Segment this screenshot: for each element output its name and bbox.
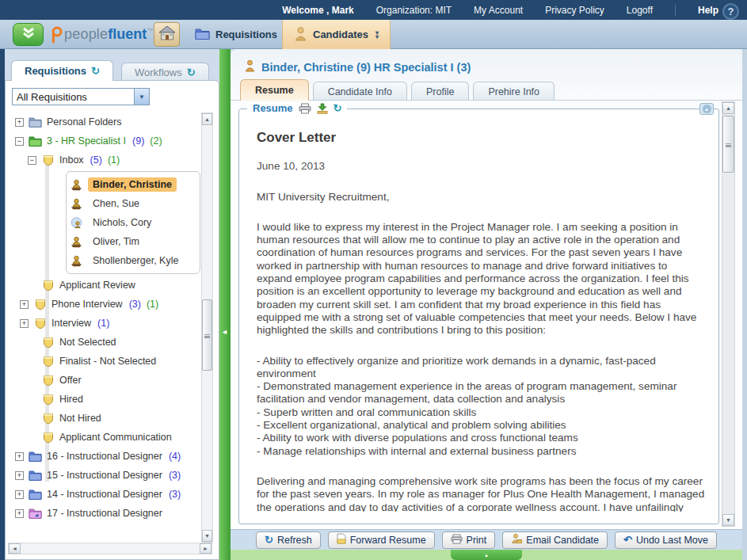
requisition-tree: + Personal Folders − 3 - HR Specialist I…: [9, 112, 202, 544]
tree-item-hired[interactable]: Hired: [9, 390, 202, 409]
refresh-icon: ↻: [265, 534, 273, 546]
collapse-left-icon[interactable]: ◄: [221, 328, 228, 336]
tree-item-interview[interactable]: + Interview (1): [9, 314, 202, 333]
count-new: (2): [150, 135, 162, 147]
dropdown-arrow-icon[interactable]: ▼: [134, 89, 149, 105]
collapse-section-button[interactable]: ▲: [699, 103, 714, 115]
cover-letter-document[interactable]: Cover Letter June 10, 2013 MIT Universit…: [257, 131, 705, 512]
resume-section-title: Resume: [253, 102, 293, 114]
expand-panel-handle[interactable]: ▲: [451, 550, 522, 560]
cover-letter-bullet: - Demonstrated management experience in …: [257, 380, 705, 406]
candidate-name[interactable]: Binder, Christine: [88, 177, 177, 192]
tree-item-applicant-communication[interactable]: Applicant Communication: [9, 428, 202, 447]
refresh-icon[interactable]: ↻: [333, 102, 342, 114]
tab-candidate-info[interactable]: Candidate Info: [313, 82, 407, 101]
app-launcher-button[interactable]: [13, 23, 44, 46]
content-vertical-scrollbar[interactable]: ▲ ▼: [722, 101, 735, 527]
help-icon[interactable]: ?: [722, 3, 739, 20]
tree-item-inbox[interactable]: − Inbox (5) (1): [9, 150, 202, 170]
tree-item-17-instructional-designer[interactable]: + 17 - Instructional Designer: [9, 504, 202, 523]
scroll-up-button[interactable]: ▲: [722, 102, 734, 114]
document-icon: [337, 533, 346, 547]
tree-item-applicant-review[interactable]: Applicant Review: [9, 276, 202, 295]
sidebar-vertical-scrollbar[interactable]: ▲ ▼: [201, 112, 213, 543]
tree-item-14-instructional-designer[interactable]: + 14 - Instructional Designer (3): [9, 485, 202, 504]
expand-icon[interactable]: +: [15, 452, 24, 461]
sidebar-horizontal-scrollbar[interactable]: ◄ ►: [8, 543, 212, 554]
nav-candidates-active[interactable]: Candidates ▾▾: [282, 20, 391, 49]
candidate-item-oliver[interactable]: Oliver, Tim: [70, 232, 196, 251]
my-account-link[interactable]: My Account: [474, 5, 523, 16]
expand-icon[interactable]: +: [15, 471, 24, 480]
tree-item-phone-interview[interactable]: + Phone Interview (3) (1): [9, 295, 202, 314]
up-arrow-icon: ▲: [484, 553, 489, 558]
peoplefluent-logo[interactable]: peoplefluent™: [51, 26, 153, 47]
expand-icon[interactable]: +: [20, 319, 29, 328]
privacy-policy-link[interactable]: Privacy Policy: [545, 5, 604, 16]
tab-requisitions[interactable]: Requisitions ↻: [11, 60, 113, 81]
collapse-chevron-icon: ▲: [703, 105, 711, 113]
workflow-step-icon: [41, 337, 55, 349]
candidate-item-shollenberger[interactable]: Shollenberger, Kyle: [70, 251, 196, 270]
up-arrow-icon: ▲: [204, 116, 210, 122]
scroll-left-button[interactable]: ◄: [9, 543, 21, 554]
tree-item-15-instructional-designer[interactable]: + 15 - Instructional Designer (3): [9, 466, 202, 485]
candidate-name[interactable]: Oliver, Tim: [88, 234, 144, 249]
email-person-icon: [511, 533, 522, 547]
tab-prehire-info[interactable]: Prehire Info: [473, 82, 555, 101]
count-total: (3): [169, 470, 181, 481]
logoff-link[interactable]: Logoff: [627, 5, 653, 16]
tree-item-not-selected[interactable]: Not Selected: [9, 333, 202, 352]
scroll-down-button[interactable]: ▼: [202, 530, 212, 542]
tab-resume[interactable]: Resume: [240, 79, 309, 101]
nav-candidates-label: Candidates: [313, 29, 368, 40]
requisition-filter-select[interactable]: All Requisitions ▼: [12, 88, 150, 105]
undo-last-move-button[interactable]: ↶ Undo Last Move: [615, 531, 717, 549]
help-link[interactable]: Help ?: [698, 1, 739, 20]
scrollbar-thumb[interactable]: [722, 116, 734, 173]
tab-workflows[interactable]: Workflows ↻: [121, 63, 209, 82]
candidate-bubble-icon: [70, 217, 83, 229]
tab-profile[interactable]: Profile: [411, 82, 469, 101]
forward-resume-button[interactable]: Forward Resume: [328, 531, 435, 549]
print-icon[interactable]: [299, 103, 311, 114]
left-arrow-icon: ◄: [12, 546, 17, 551]
expand-icon[interactable]: +: [15, 509, 24, 518]
candidate-item-chen[interactable]: Chen, Sue: [70, 194, 196, 213]
tree-item-not-hired[interactable]: Not Hired: [9, 409, 202, 428]
candidate-name[interactable]: Nichols, Cory: [88, 215, 156, 230]
candidate-item-binder[interactable]: Binder, Christine: [70, 175, 196, 194]
menu-chevrons-icon: ▾▾: [375, 31, 379, 39]
print-button[interactable]: Print: [442, 531, 496, 549]
panel-splitter[interactable]: ◄: [219, 49, 231, 560]
tree-item-hr-specialist[interactable]: − 3 - HR Specialist I (9) (2): [9, 131, 202, 150]
count-new: (1): [108, 154, 120, 166]
expand-icon[interactable]: +: [15, 118, 24, 127]
right-arrow-icon: ►: [203, 546, 208, 551]
scroll-up-button[interactable]: ▲: [202, 113, 212, 125]
candidate-item-nichols[interactable]: Nichols, Cory: [70, 213, 196, 232]
collapse-icon[interactable]: −: [15, 137, 24, 146]
workflow-step-icon: [41, 356, 55, 368]
scroll-down-button[interactable]: ▼: [722, 514, 734, 526]
tree-item-16-instructional-designer[interactable]: + 16 - Instructional Designer (4): [9, 447, 202, 466]
tree-item-personal-folders[interactable]: + Personal Folders: [9, 112, 202, 131]
scrollbar-thumb[interactable]: [202, 299, 212, 371]
scroll-right-button[interactable]: ►: [200, 543, 212, 554]
candidate-name[interactable]: Chen, Sue: [88, 196, 144, 211]
refresh-button[interactable]: ↻ Refresh: [256, 531, 321, 549]
tree-item-offer[interactable]: Offer: [9, 371, 202, 390]
download-resume-icon[interactable]: [317, 103, 328, 114]
sidebar-tabs: Requisitions ↻ Workflows ↻: [11, 60, 209, 82]
refresh-icon[interactable]: ↻: [187, 67, 196, 78]
collapse-icon[interactable]: −: [28, 156, 36, 165]
brand-fluent-text: fluent: [108, 26, 147, 43]
count-total: (5): [90, 154, 102, 166]
candidate-name[interactable]: Shollenberger, Kyle: [88, 253, 183, 268]
expand-icon[interactable]: +: [15, 490, 24, 499]
tree-item-finalist-not-selected[interactable]: Finalist - Not Selected: [9, 352, 202, 371]
home-button[interactable]: [154, 22, 180, 47]
expand-icon[interactable]: +: [20, 300, 29, 309]
refresh-icon[interactable]: ↻: [91, 65, 100, 77]
email-candidate-button[interactable]: Email Candidate: [502, 531, 608, 549]
